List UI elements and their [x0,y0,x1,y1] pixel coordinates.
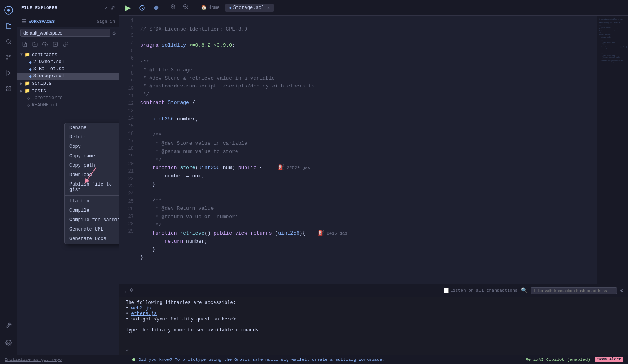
settings-icon[interactable] [2,336,16,350]
debug-button[interactable] [137,2,148,13]
list-item[interactable]: ◆ 3_Ballot.sol [17,66,119,73]
toolbar-sep2 [194,4,194,12]
sol-icon2: ◆ [29,67,32,72]
tab-storage-label: Storage.sol [233,5,264,11]
sol-icon3: ◆ [29,74,32,79]
list-item[interactable]: ▶ 📁 scripts [17,80,119,87]
ctx-copy-name[interactable]: Copy name [65,151,119,161]
ethers-link[interactable]: ethers.js [131,311,157,317]
zoom-in-icon[interactable] [168,3,178,13]
git-init-label[interactable]: Initialize as git repo [5,357,62,362]
listen-checkbox[interactable] [444,288,449,293]
list-item[interactable]: ◇ .prettierrc [17,95,119,102]
toolbar-sep [165,4,165,12]
svg-rect-6 [6,87,8,88]
bottom-count: 0 [130,288,133,293]
file-icon4: ◇ [27,96,30,101]
expand-icon[interactable]: ⤢ [110,5,115,11]
ctx-flatten[interactable]: Flatten [65,197,119,206]
status-bar-right: RemixAI Copilot (enabled) Scam Alert [526,357,623,362]
tools-icon[interactable] [2,318,16,333]
svg-point-2 [6,55,7,56]
ctx-compile-nahmii[interactable]: Compile for Nahmii [65,215,119,225]
context-menu: Rename Delete Copy Copy name Copy path D… [64,123,119,244]
list-item[interactable]: ◆ 2_Owner.sol [17,58,119,66]
file-label5: README.md [32,102,57,108]
folder-label: contracts [32,52,57,58]
file-label2: 3_Ballot.sol [33,66,67,72]
link-icon[interactable] [61,40,70,49]
console-line-3: • sol-gpt <your Solidity question here> [126,317,622,322]
folder-arrow-icon2: ▶ [20,81,23,86]
logo-icon [2,3,16,17]
code-editor[interactable]: 1 2 3 4 5 6 7 8 9 10 11 12 13 14 [119,16,597,284]
prompt-symbol: > [126,347,129,353]
svg-point-4 [6,58,7,60]
tab-home[interactable]: 🏠 Home [197,3,224,12]
console-line-0: The following libraries are accessible: [126,300,622,306]
search-icon[interactable] [2,35,16,49]
upload-icon[interactable] [41,40,49,49]
deploy-icon[interactable] [2,66,16,80]
new-file-icon[interactable] [20,40,29,49]
console-line-1: • web3.js [126,306,622,311]
code-content[interactable]: // SPDX-License-Identifier: GPL-3.0 prag… [137,16,597,284]
ctx-publish-gist[interactable]: Publish file to gist [65,180,119,195]
workspace-name-input[interactable] [20,29,110,37]
bottom-chevron-icon[interactable]: ⌄ [124,288,127,293]
hamburger-icon[interactable]: ☰ [21,18,26,25]
main-layout: FILE EXPLORER ✓ ⤢ ☰ WORKSPACES Sign in ⚙ [0,0,628,355]
sign-in-button[interactable]: Sign in [97,19,115,24]
folder-icon3: 📁 [24,88,30,94]
file-label4: .prettierrc [32,95,63,101]
file-panel: FILE EXPLORER ✓ ⤢ ☰ WORKSPACES Sign in ⚙ [17,0,119,355]
ctx-copy-path[interactable]: Copy path [65,161,119,170]
ctx-generate-uml[interactable]: Generate UML [65,225,119,234]
ctx-compile[interactable]: Compile [65,206,119,215]
sol-tab-icon: ◆ [229,5,232,10]
svg-rect-7 [9,87,11,88]
bottom-prompt: > [119,347,628,355]
folder-label2: scripts [32,81,51,86]
bottom-panel: ⌄ 0 Listen on all transactions 🔍 ⚙ The f… [119,284,628,355]
file-toolbar [17,38,119,50]
did-you-know-text: Did you know? To prototype using the Gno… [139,357,385,362]
tab-bar: 🏠 Home ◆ Storage.sol ✕ [197,3,274,12]
editor-area: ▶ [119,0,628,355]
record-button[interactable] [151,2,162,13]
list-item[interactable]: ◇ README.md [17,102,119,109]
source-control-icon[interactable] [2,50,16,64]
tab-close-icon[interactable]: ✕ [267,5,270,10]
ctx-rename[interactable]: Rename [65,123,119,133]
ctx-delete[interactable]: Delete [65,133,119,142]
bottom-content: The following libraries are accessible: … [119,297,628,347]
run-button[interactable]: ▶ [122,2,133,13]
list-item[interactable]: ▶ 📁 tests [17,87,119,95]
list-item[interactable]: ▼ 📁 contracts [17,51,119,58]
ctx-generate-docs[interactable]: Generate Docs [65,234,119,244]
workspace-settings-icon[interactable]: ⚙ [113,30,116,36]
tab-storage[interactable]: ◆ Storage.sol ✕ [225,4,274,12]
svg-point-3 [9,55,11,56]
file-panel-header-icons: ✓ ⤢ [105,5,115,11]
publish-icon[interactable] [51,40,60,49]
folder-arrow-icon: ▼ [20,53,23,57]
tab-home-label: Home [208,5,220,11]
filter-input[interactable] [531,287,617,294]
bottom-gear-icon[interactable]: ⚙ [620,287,623,294]
svg-point-10 [8,342,9,344]
list-item[interactable]: ◆ Storage.sol [17,73,119,80]
ctx-copy[interactable]: Copy [65,142,119,151]
console-line-5: Type the library name to see available c… [126,328,622,333]
file-icon5: ◇ [27,103,30,108]
scam-alert-badge[interactable]: Scam Alert [595,357,623,362]
web3-link[interactable]: web3.js [131,306,151,311]
icon-sidebar [0,0,17,355]
minimap-content: // SPDX-License-Identifier: GPL-3.0 prag… [597,16,628,70]
plugin-icon[interactable] [2,82,16,96]
check-icon[interactable]: ✓ [105,5,108,11]
files-icon[interactable] [2,19,16,33]
ctx-download[interactable]: Download [65,170,119,180]
zoom-out-icon[interactable] [181,3,190,13]
new-folder-icon[interactable] [31,40,39,49]
